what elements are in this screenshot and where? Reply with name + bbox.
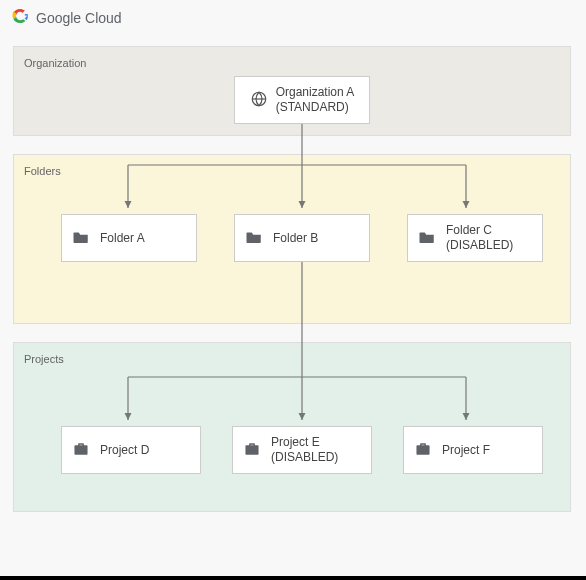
- project-f-node: Project F: [403, 426, 543, 474]
- folder-a-node: Folder A: [61, 214, 197, 262]
- project-e-name: Project E: [271, 435, 320, 449]
- project-f-text: Project F: [442, 443, 490, 458]
- bottom-border: [0, 576, 586, 580]
- folder-b-text: Folder B: [273, 231, 318, 246]
- gcloud-logo-icon: [10, 6, 30, 29]
- projects-panel-label: Projects: [24, 353, 64, 365]
- folder-c-text: Folder C (DISABLED): [446, 223, 513, 253]
- briefcase-icon: [414, 441, 432, 460]
- folder-c-status: (DISABLED): [446, 238, 513, 253]
- organization-node: Organization A (STANDARD): [234, 76, 370, 124]
- project-d-node: Project D: [61, 426, 201, 474]
- briefcase-icon: [243, 441, 261, 460]
- globe-icon: [250, 90, 268, 111]
- folder-b-node: Folder B: [234, 214, 370, 262]
- folders-panel-label: Folders: [24, 165, 61, 177]
- folder-c-node: Folder C (DISABLED): [407, 214, 543, 262]
- brand-header: Google Cloud: [10, 6, 122, 29]
- folder-b-name: Folder B: [273, 231, 318, 245]
- folder-icon: [418, 229, 436, 248]
- briefcase-icon: [72, 441, 90, 460]
- organization-node-text: Organization A (STANDARD): [276, 85, 355, 115]
- folder-c-name: Folder C: [446, 223, 492, 237]
- project-d-text: Project D: [100, 443, 149, 458]
- organization-status: (STANDARD): [276, 100, 355, 115]
- project-f-name: Project F: [442, 443, 490, 457]
- folder-a-name: Folder A: [100, 231, 145, 245]
- diagram-canvas: Google Cloud Organization Folders Projec…: [0, 0, 586, 580]
- brand-light: Cloud: [85, 10, 122, 26]
- folder-a-text: Folder A: [100, 231, 145, 246]
- project-e-status: (DISABLED): [271, 450, 338, 465]
- brand-strong: Google: [36, 10, 81, 26]
- folder-icon: [72, 229, 90, 248]
- organization-name: Organization A: [276, 85, 355, 99]
- project-d-name: Project D: [100, 443, 149, 457]
- project-e-node: Project E (DISABLED): [232, 426, 372, 474]
- organization-panel-label: Organization: [24, 57, 86, 69]
- project-e-text: Project E (DISABLED): [271, 435, 338, 465]
- folder-icon: [245, 229, 263, 248]
